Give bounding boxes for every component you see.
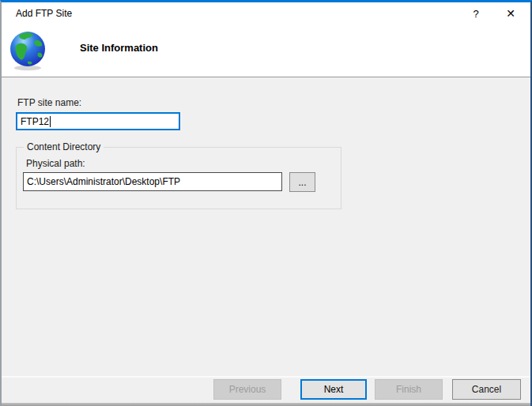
- wizard-banner: Site Information: [2, 24, 530, 77]
- ftp-site-name-value: FTP12: [21, 116, 49, 127]
- text-caret: [50, 116, 51, 127]
- finish-button[interactable]: Finish: [375, 379, 443, 400]
- close-icon: ✕: [506, 7, 515, 20]
- physical-path-input[interactable]: C:\Users\Administrator\Desktop\FTP: [23, 172, 282, 191]
- physical-path-label: Physical path:: [26, 158, 85, 169]
- ftp-site-name-input[interactable]: FTP12: [16, 112, 180, 130]
- help-icon: ?: [473, 8, 478, 20]
- content-directory-group-label: Content Directory: [24, 141, 104, 152]
- browse-button[interactable]: ...: [289, 172, 315, 192]
- window-title: Add FTP Site: [16, 8, 72, 19]
- dialog-content: FTP site name: FTP12 Content Directory P…: [2, 78, 530, 376]
- title-bar: Add FTP Site ? ✕: [2, 2, 530, 24]
- page-title: Site Information: [80, 42, 158, 54]
- add-ftp-site-dialog: Add FTP Site ? ✕ Site Informat: [0, 0, 532, 406]
- previous-button[interactable]: Previous: [213, 379, 281, 400]
- help-button[interactable]: ?: [462, 2, 489, 24]
- ftp-site-name-label: FTP site name:: [17, 97, 81, 108]
- button-bar: Previous Next Finish Cancel: [2, 378, 530, 403]
- next-button[interactable]: Next: [300, 379, 367, 400]
- cancel-button[interactable]: Cancel: [452, 379, 521, 400]
- close-button[interactable]: ✕: [497, 2, 524, 24]
- window-bottom-edge: [2, 403, 530, 406]
- content-directory-group: Content Directory Physical path: C:\User…: [16, 147, 341, 209]
- globe-icon: [9, 30, 47, 71]
- physical-path-value: C:\Users\Administrator\Desktop\FTP: [27, 176, 180, 187]
